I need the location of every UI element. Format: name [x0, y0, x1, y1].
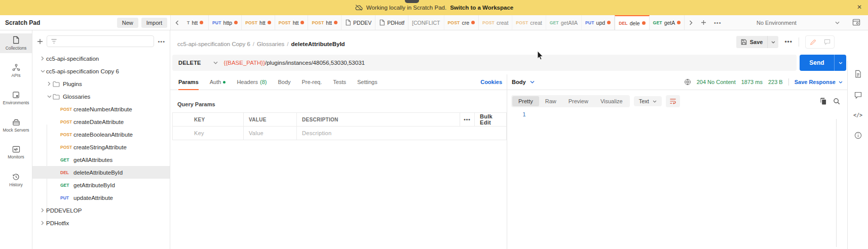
send-options-chevron[interactable] — [834, 55, 846, 71]
save-button[interactable]: Save — [736, 36, 779, 48]
send-button[interactable]: Send — [800, 55, 846, 71]
response-format-selector[interactable]: Text — [634, 96, 662, 106]
editor-scrollbar[interactable] — [836, 119, 837, 247]
tree-collection[interactable]: PDDEVELOP — [32, 204, 170, 217]
tree-collection[interactable]: cc5-api-specification — [32, 52, 170, 65]
tree-request[interactable]: PUT updateAttribute — [32, 191, 170, 204]
folder-icon — [53, 94, 60, 100]
request-tab[interactable]: PUT upd — [582, 15, 615, 30]
sidebar-item-environments[interactable]: Environments — [0, 88, 32, 108]
tree-header: ••• — [32, 30, 170, 52]
tab-auth[interactable]: Auth — [204, 74, 232, 90]
request-tab[interactable]: PUT http — [209, 15, 242, 30]
request-tab-active[interactable]: DEL dele — [615, 15, 649, 30]
top-bar: Scratch Pad New Import T htt PUT http PO… — [0, 15, 868, 30]
add-tab-button[interactable] — [697, 15, 710, 30]
sidebar-item-mock-servers[interactable]: Mock Servers — [0, 115, 32, 135]
sidebar-item-collections[interactable]: Collections — [0, 33, 32, 53]
edit-description-icon[interactable] — [806, 36, 820, 48]
file-icon — [345, 19, 351, 26]
unsaved-dot — [471, 21, 475, 24]
switch-workspace-link[interactable]: Switch to a Workspace — [450, 5, 513, 11]
request-tab[interactable]: T htt — [183, 15, 209, 30]
environment-selector[interactable]: No Environment — [751, 15, 845, 30]
param-row-actions-cell — [460, 127, 506, 140]
url-bar[interactable]: DELETE {{BASE_PATH}}/plugins/instances/4… — [172, 55, 797, 71]
tree-request[interactable]: POST createDateAttribute — [32, 115, 170, 128]
tab-headers[interactable]: Headers (8) — [231, 74, 272, 90]
request-tab[interactable]: POST cre — [444, 15, 479, 30]
param-value-input[interactable]: Value — [244, 127, 297, 140]
tab-settings[interactable]: Settings — [352, 74, 383, 90]
request-response-panes: Params Auth Headers (8) Body Pre-req. Te… — [170, 74, 847, 249]
url-input[interactable]: {{BASE_PATH}}/plugins/instances/48056,53… — [224, 60, 365, 66]
copy-icon[interactable] — [820, 98, 826, 105]
comments-icon[interactable] — [854, 92, 862, 99]
tab-options-button[interactable]: ••• — [710, 15, 725, 30]
tab-params[interactable]: Params — [173, 74, 204, 90]
tabs-scroll-left-button[interactable] — [171, 15, 183, 30]
documentation-icon[interactable] — [854, 70, 862, 78]
code-snippet-icon[interactable]: </> — [853, 112, 862, 118]
request-tab[interactable]: GET getAllA — [546, 15, 582, 30]
tab-body[interactable]: Body — [272, 74, 296, 90]
tree-request[interactable]: GET getAllAttributes — [32, 153, 170, 166]
view-tab-raw[interactable]: Raw — [539, 96, 562, 106]
params-more-options-button[interactable]: ••• — [460, 113, 475, 126]
bulk-edit-button[interactable]: Bulk Edit — [475, 113, 506, 126]
tab-pre-request[interactable]: Pre-req. — [296, 74, 328, 90]
param-description-input[interactable]: Description — [297, 127, 460, 140]
view-tab-preview[interactable]: Preview — [562, 96, 594, 106]
view-tab-pretty[interactable]: Pretty — [512, 96, 539, 106]
new-button[interactable]: New — [117, 18, 138, 28]
request-tab[interactable]: POST creat — [479, 15, 512, 30]
collection-tab[interactable]: PDHotf — [375, 15, 408, 30]
tree-filter-input[interactable] — [47, 35, 154, 47]
response-body-selector[interactable]: Body — [512, 79, 535, 85]
request-tab[interactable]: POST htt — [308, 15, 342, 30]
comment-icon[interactable] — [820, 36, 834, 48]
view-tab-visualize[interactable]: Visualize — [594, 96, 629, 106]
tree-request-selected[interactable]: DEL deleteAttributeById — [32, 166, 170, 179]
tree-request[interactable]: POST createBooleanAttribute — [32, 128, 170, 141]
tabs-scroll-right-button[interactable] — [685, 15, 697, 30]
sidebar-item-history[interactable]: History — [0, 170, 32, 190]
sidebar-item-monitors[interactable]: Monitors — [0, 143, 32, 162]
tree-request[interactable]: POST createNumberAttribute — [32, 103, 170, 115]
request-tab[interactable]: POST creat — [512, 15, 546, 30]
collection-tab[interactable]: PDDEV — [342, 15, 375, 30]
banner-close-icon[interactable]: ✕ — [857, 4, 862, 11]
response-header: Body 204 No Content 1873 ms 223 B — [507, 74, 847, 90]
request-more-options-button[interactable]: ••• — [784, 38, 792, 46]
conflict-tab[interactable]: [CONFLICT — [408, 15, 444, 30]
response-size[interactable]: 223 B — [768, 79, 783, 85]
new-collection-button[interactable] — [37, 38, 43, 45]
save-response-button[interactable]: Save Response — [795, 79, 843, 85]
method-selector[interactable]: DELETE — [172, 60, 224, 66]
cookies-link[interactable]: Cookies — [480, 79, 507, 85]
tree-options-button[interactable]: ••• — [158, 38, 165, 45]
save-options-chevron[interactable] — [767, 36, 778, 48]
request-tab[interactable]: GET getA — [650, 15, 685, 30]
request-tab[interactable]: POST htt — [275, 15, 309, 30]
right-context-rail: </> — [847, 61, 868, 249]
tree-folder[interactable]: Glossaries — [32, 90, 170, 103]
status-badge[interactable]: 204 No Content — [697, 79, 736, 85]
sidebar-item-apis[interactable]: APIs — [0, 61, 32, 80]
response-time[interactable]: 1873 ms — [741, 79, 763, 85]
info-icon[interactable] — [854, 132, 862, 139]
tree-folder[interactable]: Plugins — [32, 77, 170, 90]
environment-quick-look-icon[interactable] — [845, 15, 868, 30]
param-key-input[interactable]: Key — [189, 127, 244, 140]
tree-collection[interactable]: cc5-api-specification Copy 6 — [32, 65, 170, 77]
folder-icon — [53, 81, 60, 87]
search-icon[interactable] — [833, 98, 840, 105]
wrap-line-toggle[interactable] — [666, 95, 680, 107]
table-header-row: KEY VALUE DESCRIPTION ••• Bulk Edit — [173, 113, 506, 127]
tree-request[interactable]: POST createStringAttribute — [32, 141, 170, 153]
tab-tests[interactable]: Tests — [327, 74, 352, 90]
tree-request[interactable]: GET getAttributeById — [32, 179, 170, 191]
request-tab[interactable]: POST htt — [242, 15, 275, 30]
import-button[interactable]: Import — [141, 18, 167, 28]
tree-collection[interactable]: PDHotfix — [32, 217, 170, 229]
